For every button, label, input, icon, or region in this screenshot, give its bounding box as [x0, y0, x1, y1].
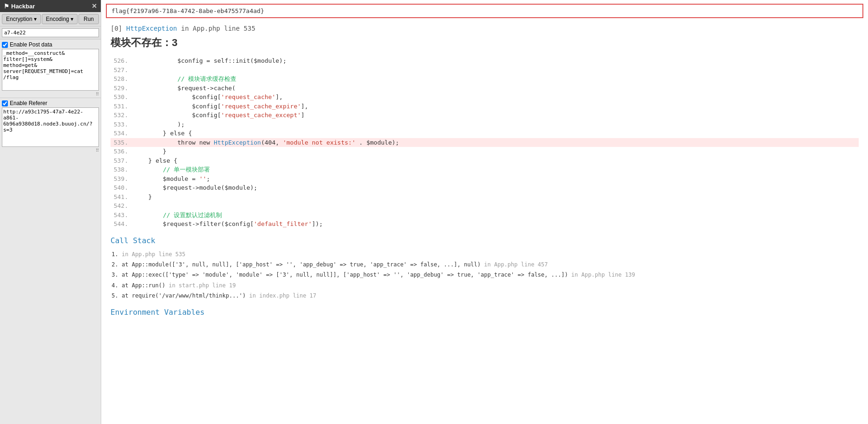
error-index: [0]: [111, 25, 126, 32]
table-row: 540. $request->module($module);: [111, 183, 859, 192]
line-content: }: [134, 147, 859, 156]
call-stack-list: in App.php line 535at App::module(['3', …: [111, 250, 859, 301]
table-row: 528. // 模块请求缓存检查: [111, 74, 859, 84]
table-row: 536. }: [111, 147, 859, 156]
referer-label: Enable Referer: [10, 100, 47, 106]
encryption-arrow-icon: ▾: [34, 16, 37, 22]
line-number: 533.: [111, 120, 134, 129]
line-content: $config['request_cache_except']: [134, 111, 859, 120]
env-title: Environment Variables: [111, 308, 859, 317]
referer-textarea[interactable]: http://a93c1795-47a7-4e22- a861-6b96a938…: [2, 107, 99, 147]
post-checkbox[interactable]: [2, 42, 8, 48]
line-number: 529.: [111, 84, 134, 93]
line-content: // 单一模块部署: [134, 165, 859, 174]
encoding-arrow-icon: ▾: [71, 16, 73, 22]
encoding-dropdown-button[interactable]: Encoding ▾: [42, 14, 78, 24]
referer-checkbox[interactable]: [2, 100, 8, 106]
post-checkbox-row: Enable Post data: [2, 40, 99, 49]
list-item: at App::run() in start.php line 19: [122, 281, 859, 290]
error-heading: 模块不存在：3: [111, 36, 859, 50]
list-item: at App::module(['3', null, null], ['app_…: [122, 260, 859, 269]
line-content: $request->cache(: [134, 84, 859, 93]
line-content: $request->filter($config['default_filter…: [134, 219, 859, 229]
line-number: 537.: [111, 156, 134, 166]
line-content: throw new HttpException(404, 'module not…: [134, 138, 859, 147]
post-textarea[interactable]: _method=__construct& filter[]=system& me…: [2, 49, 99, 91]
table-row: 526. $config = self::init($module);: [111, 56, 859, 66]
url-input[interactable]: [2, 28, 99, 37]
table-row: 533. );: [111, 120, 859, 129]
sidebar-header: ⚑ Hackbar ✕: [0, 0, 101, 12]
line-content: $config['request_cache_expire'],: [134, 102, 859, 111]
line-content: // 模块请求缓存检查: [134, 74, 859, 84]
line-content: $request->module($module);: [134, 183, 859, 192]
encryption-dropdown-container: Encryption ▾ MD5 Hash SHA1 Hash SHA-256 …: [2, 14, 41, 24]
referer-section: Enable Referer http://a93c1795-47a7-4e22…: [0, 98, 101, 154]
line-number: 538.: [111, 165, 134, 174]
table-row: 543. // 设置默认过滤机制: [111, 211, 859, 220]
table-row: 539. $module = '';: [111, 174, 859, 184]
flag-bar: flag{f2197a96-718a-4742-8abe-eb475577a4a…: [106, 4, 863, 18]
line-number: 544.: [111, 219, 134, 229]
table-row: 544. $request->filter($config['default_f…: [111, 219, 859, 229]
line-number: 542.: [111, 201, 134, 211]
line-number: 535.: [111, 138, 134, 147]
sidebar-title-text: Hackbar: [11, 3, 35, 10]
line-number: 536.: [111, 147, 134, 156]
line-content: $module = '';: [134, 174, 859, 184]
code-block: 526. $config = self::init($module);527. …: [111, 56, 859, 229]
encryption-dropdown-button[interactable]: Encryption ▾: [2, 14, 41, 24]
line-number: 530.: [111, 93, 134, 102]
call-stack-title: Call Stack: [111, 236, 859, 245]
error-section: [0] HttpException in App.php line 535 模块…: [101, 20, 868, 321]
table-row: 537. } else {: [111, 156, 859, 166]
line-number: 534.: [111, 129, 134, 138]
line-number: 532.: [111, 111, 134, 120]
post-label: Enable Post data: [10, 41, 52, 48]
table-row: 541. }: [111, 192, 859, 202]
line-content: } else {: [134, 156, 859, 166]
sidebar-title: ⚑ Hackbar: [4, 3, 35, 10]
line-content: $config = self::init($module);: [134, 56, 859, 66]
encoding-dropdown-container: Encoding ▾: [42, 14, 78, 24]
line-content: [134, 66, 859, 75]
run-button[interactable]: Run: [78, 14, 99, 24]
toolbar: Encryption ▾ MD5 Hash SHA1 Hash SHA-256 …: [0, 12, 101, 26]
referer-checkbox-row: Enable Referer: [2, 99, 99, 107]
line-number: 539.: [111, 174, 134, 184]
close-button[interactable]: ✕: [91, 2, 97, 10]
line-number: 526.: [111, 56, 134, 66]
table-row: 530. $config['request_cache'],: [111, 93, 859, 102]
post-section: Enable Post data _method=__construct& fi…: [0, 40, 101, 98]
table-row: 538. // 单一模块部署: [111, 165, 859, 174]
table-row: 529. $request->cache(: [111, 84, 859, 93]
table-row: 527.: [111, 66, 859, 75]
line-content: // 设置默认过滤机制: [134, 211, 859, 220]
line-number: 541.: [111, 192, 134, 202]
post-resize-handle[interactable]: ⠿: [2, 92, 99, 97]
url-bar: [0, 26, 101, 40]
table-row: 531. $config['request_cache_expire'],: [111, 102, 859, 111]
referer-resize-handle[interactable]: ⠿: [2, 148, 99, 153]
sidebar: ⚑ Hackbar ✕ Encryption ▾ MD5 Hash SHA1 H…: [0, 0, 101, 424]
hackbar-icon: ⚑: [4, 3, 9, 10]
table-row: 532. $config['request_cache_except']: [111, 111, 859, 120]
line-content: $config['request_cache'],: [134, 93, 859, 102]
line-number: 531.: [111, 102, 134, 111]
line-content: } else {: [134, 129, 859, 138]
table-row: 542.: [111, 201, 859, 211]
main-content: flag{f2197a96-718a-4742-8abe-eb475577a4a…: [101, 0, 868, 424]
list-item: at App::exec(['type' => 'module', 'modul…: [122, 270, 859, 279]
error-location: in App.php line 535: [181, 25, 255, 32]
line-content: }: [134, 192, 859, 202]
error-title: [0] HttpException in App.php line 535: [111, 25, 859, 32]
line-number: 527.: [111, 66, 134, 75]
encoding-label: Encoding: [46, 16, 69, 22]
encryption-label: Encryption: [6, 16, 33, 22]
table-row: 534. } else {: [111, 129, 859, 138]
exception-link[interactable]: HttpException: [126, 25, 177, 32]
line-number: 543.: [111, 211, 134, 220]
list-item: in App.php line 535: [122, 250, 859, 259]
list-item: at require('/var/www/html/thinkp...') in…: [122, 291, 859, 300]
line-number: 540.: [111, 183, 134, 192]
